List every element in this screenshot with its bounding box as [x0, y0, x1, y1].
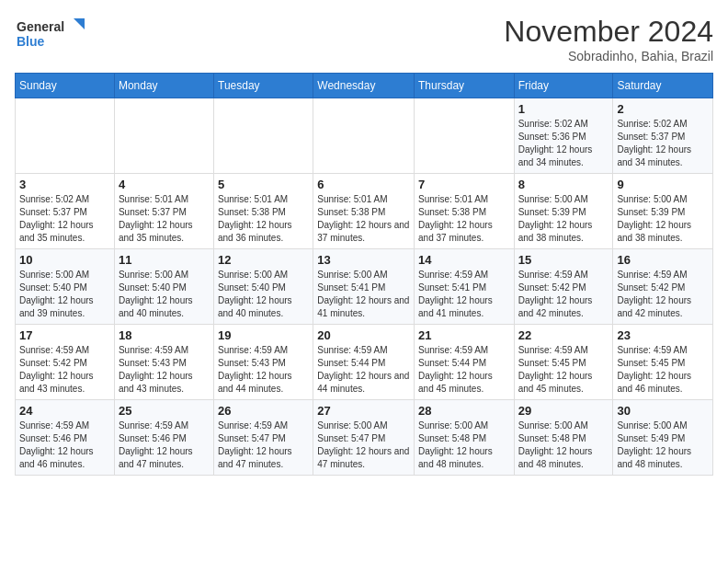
day-info: Sunrise: 5:01 AM Sunset: 5:38 PM Dayligh… [418, 193, 510, 245]
header-cell-thursday: Thursday [415, 74, 515, 98]
day-cell: 20Sunrise: 4:59 AM Sunset: 5:44 PM Dayli… [313, 325, 415, 400]
header: General Blue November 2024 Sobradinho, B… [15, 15, 713, 63]
header-row: SundayMondayTuesdayWednesdayThursdayFrid… [16, 74, 713, 98]
day-number: 29 [518, 404, 609, 418]
svg-marker-2 [74, 18, 85, 29]
day-info: Sunrise: 4:59 AM Sunset: 5:42 PM Dayligh… [19, 344, 110, 396]
day-number: 17 [19, 328, 110, 342]
day-number: 7 [418, 178, 510, 191]
day-info: Sunrise: 4:59 AM Sunset: 5:42 PM Dayligh… [518, 269, 609, 320]
day-info: Sunrise: 4:59 AM Sunset: 5:46 PM Dayligh… [119, 419, 210, 471]
day-info: Sunrise: 4:59 AM Sunset: 5:47 PM Dayligh… [218, 419, 309, 471]
day-number: 27 [317, 404, 410, 418]
day-cell [114, 98, 213, 174]
week-row-4: 24Sunrise: 4:59 AM Sunset: 5:46 PM Dayli… [16, 400, 713, 476]
header-cell-tuesday: Tuesday [214, 74, 313, 98]
day-info: Sunrise: 4:59 AM Sunset: 5:42 PM Dayligh… [617, 269, 709, 320]
day-info: Sunrise: 5:00 AM Sunset: 5:39 PM Dayligh… [617, 193, 709, 245]
day-info: Sunrise: 5:00 AM Sunset: 5:40 PM Dayligh… [218, 269, 309, 320]
header-cell-friday: Friday [514, 74, 613, 98]
day-cell: 7Sunrise: 5:01 AM Sunset: 5:38 PM Daylig… [415, 174, 515, 249]
day-cell: 23Sunrise: 4:59 AM Sunset: 5:45 PM Dayli… [613, 325, 713, 400]
day-cell: 2Sunrise: 5:02 AM Sunset: 5:37 PM Daylig… [613, 98, 713, 174]
day-cell: 5Sunrise: 5:01 AM Sunset: 5:38 PM Daylig… [214, 174, 313, 249]
day-cell: 12Sunrise: 5:00 AM Sunset: 5:40 PM Dayli… [214, 249, 313, 325]
day-cell: 28Sunrise: 5:00 AM Sunset: 5:48 PM Dayli… [415, 400, 515, 476]
day-number: 14 [418, 253, 510, 267]
day-info: Sunrise: 4:59 AM Sunset: 5:43 PM Dayligh… [119, 344, 210, 396]
day-cell: 11Sunrise: 5:00 AM Sunset: 5:40 PM Dayli… [114, 249, 213, 325]
location: Sobradinho, Bahia, Brazil [504, 49, 713, 63]
day-info: Sunrise: 4:59 AM Sunset: 5:44 PM Dayligh… [418, 344, 510, 396]
day-cell [415, 98, 515, 174]
day-cell: 17Sunrise: 4:59 AM Sunset: 5:42 PM Dayli… [16, 325, 115, 400]
day-cell: 29Sunrise: 5:00 AM Sunset: 5:48 PM Dayli… [514, 400, 613, 476]
day-number: 19 [218, 328, 309, 342]
day-number: 28 [418, 404, 510, 418]
header-cell-wednesday: Wednesday [313, 74, 415, 98]
day-cell: 22Sunrise: 4:59 AM Sunset: 5:45 PM Dayli… [514, 325, 613, 400]
header-cell-monday: Monday [114, 74, 213, 98]
day-info: Sunrise: 5:00 AM Sunset: 5:49 PM Dayligh… [617, 419, 709, 471]
day-number: 13 [317, 253, 410, 267]
day-cell: 18Sunrise: 4:59 AM Sunset: 5:43 PM Dayli… [114, 325, 213, 400]
day-number: 12 [218, 253, 309, 267]
day-cell: 30Sunrise: 5:00 AM Sunset: 5:49 PM Dayli… [613, 400, 713, 476]
day-info: Sunrise: 4:59 AM Sunset: 5:46 PM Dayligh… [19, 419, 110, 471]
day-number: 3 [19, 178, 110, 191]
day-info: Sunrise: 5:01 AM Sunset: 5:37 PM Dayligh… [119, 193, 210, 245]
week-row-1: 3Sunrise: 5:02 AM Sunset: 5:37 PM Daylig… [16, 174, 713, 249]
day-number: 9 [617, 178, 709, 191]
day-number: 20 [317, 328, 410, 342]
day-info: Sunrise: 5:00 AM Sunset: 5:41 PM Dayligh… [317, 269, 410, 320]
day-number: 8 [518, 178, 609, 191]
svg-text:General: General [17, 19, 64, 34]
day-number: 15 [518, 253, 609, 267]
day-info: Sunrise: 5:00 AM Sunset: 5:47 PM Dayligh… [317, 419, 410, 471]
day-cell: 27Sunrise: 5:00 AM Sunset: 5:47 PM Dayli… [313, 400, 415, 476]
day-number: 22 [518, 328, 609, 342]
day-number: 24 [19, 404, 110, 418]
day-info: Sunrise: 5:01 AM Sunset: 5:38 PM Dayligh… [218, 193, 309, 245]
day-info: Sunrise: 5:02 AM Sunset: 5:37 PM Dayligh… [617, 118, 709, 169]
day-cell: 24Sunrise: 4:59 AM Sunset: 5:46 PM Dayli… [16, 400, 115, 476]
header-cell-sunday: Sunday [16, 74, 115, 98]
day-cell: 21Sunrise: 4:59 AM Sunset: 5:44 PM Dayli… [415, 325, 515, 400]
day-cell: 6Sunrise: 5:01 AM Sunset: 5:38 PM Daylig… [313, 174, 415, 249]
day-cell: 10Sunrise: 5:00 AM Sunset: 5:40 PM Dayli… [16, 249, 115, 325]
day-info: Sunrise: 5:00 AM Sunset: 5:39 PM Dayligh… [518, 193, 609, 245]
day-number: 4 [119, 178, 210, 191]
day-info: Sunrise: 5:00 AM Sunset: 5:48 PM Dayligh… [518, 419, 609, 471]
day-number: 5 [218, 178, 309, 191]
calendar-table: SundayMondayTuesdayWednesdayThursdayFrid… [15, 73, 713, 476]
day-info: Sunrise: 4:59 AM Sunset: 5:44 PM Dayligh… [317, 344, 410, 396]
day-info: Sunrise: 5:00 AM Sunset: 5:40 PM Dayligh… [19, 269, 110, 320]
day-info: Sunrise: 5:00 AM Sunset: 5:48 PM Dayligh… [418, 419, 510, 471]
day-number: 23 [617, 328, 709, 342]
day-cell: 9Sunrise: 5:00 AM Sunset: 5:39 PM Daylig… [613, 174, 713, 249]
day-info: Sunrise: 5:01 AM Sunset: 5:38 PM Dayligh… [317, 193, 410, 245]
day-number: 30 [617, 404, 709, 418]
day-number: 21 [418, 328, 510, 342]
day-info: Sunrise: 5:00 AM Sunset: 5:40 PM Dayligh… [119, 269, 210, 320]
day-number: 10 [19, 253, 110, 267]
day-number: 16 [617, 253, 709, 267]
week-row-0: 1Sunrise: 5:02 AM Sunset: 5:36 PM Daylig… [16, 98, 713, 174]
header-cell-saturday: Saturday [613, 74, 713, 98]
day-number: 18 [119, 328, 210, 342]
day-cell: 15Sunrise: 4:59 AM Sunset: 5:42 PM Dayli… [514, 249, 613, 325]
day-info: Sunrise: 4:59 AM Sunset: 5:45 PM Dayligh… [617, 344, 709, 396]
day-cell: 8Sunrise: 5:00 AM Sunset: 5:39 PM Daylig… [514, 174, 613, 249]
day-cell: 13Sunrise: 5:00 AM Sunset: 5:41 PM Dayli… [313, 249, 415, 325]
title-area: November 2024 Sobradinho, Bahia, Brazil [504, 15, 713, 63]
day-cell [16, 98, 115, 174]
logo: General Blue [15, 15, 88, 52]
day-info: Sunrise: 4:59 AM Sunset: 5:43 PM Dayligh… [218, 344, 309, 396]
day-cell: 26Sunrise: 4:59 AM Sunset: 5:47 PM Dayli… [214, 400, 313, 476]
svg-text:Blue: Blue [17, 34, 45, 49]
day-cell: 3Sunrise: 5:02 AM Sunset: 5:37 PM Daylig… [16, 174, 115, 249]
day-number: 6 [317, 178, 410, 191]
day-number: 2 [617, 102, 709, 116]
day-number: 1 [518, 102, 609, 116]
day-info: Sunrise: 5:02 AM Sunset: 5:37 PM Dayligh… [19, 193, 110, 245]
